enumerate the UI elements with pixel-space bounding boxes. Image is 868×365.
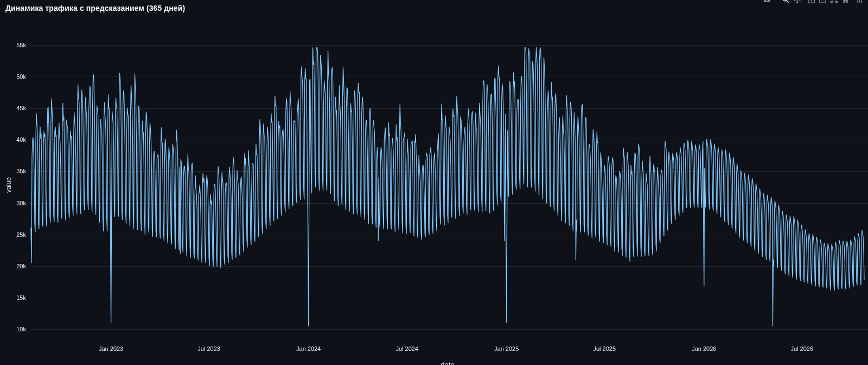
x-tick-label: Jul 2026 [779, 345, 825, 353]
plotly-logo-icon[interactable] [854, 0, 865, 5]
y-tick-label: 25k [0, 231, 26, 238]
y-tick-label: 15k [0, 294, 26, 301]
y-tick-label: 55k [0, 41, 26, 49]
y-tick-label: 40k [0, 136, 26, 143]
zoom-icon[interactable] [780, 0, 792, 5]
traffic-forecast-chart: Динамика трафика с предсказанием (365 дн… [0, 0, 868, 365]
y-tick-label: 10k [0, 325, 26, 333]
reset-axes-icon[interactable] [840, 0, 851, 5]
x-tick-label: Jan 2026 [681, 345, 727, 353]
camera-icon[interactable] [761, 0, 773, 5]
plot-area[interactable] [0, 0, 868, 365]
x-tick-label: Jul 2025 [582, 345, 627, 353]
y-tick-label: 50k [0, 73, 26, 80]
y-tick-label: 30k [0, 199, 26, 207]
x-axis-title: date [426, 361, 469, 365]
x-tick-label: Jan 2025 [484, 345, 529, 353]
y-tick-label: 20k [0, 262, 26, 270]
pan-icon[interactable] [792, 0, 803, 5]
y-axis-title: value [5, 168, 13, 202]
zoom-in-icon[interactable] [806, 0, 817, 5]
y-tick-label: 45k [0, 104, 26, 112]
y-tick-label: 35k [0, 167, 26, 175]
chart-title: Динамика трафика с предсказанием (365 дн… [5, 4, 185, 12]
zoom-out-icon[interactable] [817, 0, 828, 5]
x-tick-label: Jan 2023 [88, 345, 134, 353]
plotly-modebar [761, 0, 865, 5]
x-tick-label: Jul 2024 [384, 345, 430, 353]
x-tick-label: Jul 2023 [186, 345, 232, 353]
autoscale-icon[interactable] [828, 0, 840, 5]
x-tick-label: Jan 2024 [286, 345, 331, 353]
